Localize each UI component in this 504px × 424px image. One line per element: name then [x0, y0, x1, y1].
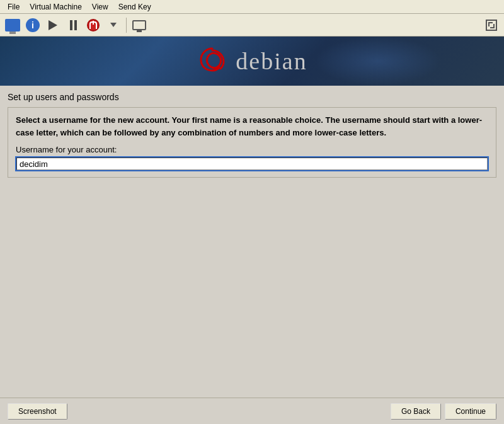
pause-button[interactable] [64, 16, 82, 34]
debian-text: debian [236, 47, 307, 75]
main-content: Set up users and passwords Select a user… [0, 86, 504, 398]
power-icon [87, 19, 100, 32]
description-text: Select a username for the new account. Y… [16, 114, 488, 139]
page-title: Set up users and passwords [8, 92, 496, 102]
dropdown-button[interactable] [105, 16, 122, 34]
username-input[interactable] [16, 157, 488, 171]
display-icon [132, 20, 146, 30]
play-icon [49, 20, 57, 30]
menu-send-key[interactable]: Send Key [113, 1, 156, 13]
toolbar: i [0, 14, 504, 37]
menu-virtual-machine[interactable]: Virtual Machine [25, 1, 87, 13]
play-button[interactable] [44, 16, 62, 34]
menu-file[interactable]: File [3, 1, 25, 13]
fullscreen-button[interactable] [483, 16, 500, 34]
menubar: File Virtual Machine View Send Key [0, 0, 504, 14]
dropdown-icon [110, 23, 117, 27]
content-box: Select a username for the new account. Y… [8, 107, 496, 178]
menu-view[interactable]: View [87, 1, 113, 13]
fullscreen-icon [486, 20, 497, 31]
bottom-bar: Screenshot Go Back Continue [0, 398, 504, 424]
debian-logo: debian [197, 45, 307, 77]
go-back-button[interactable]: Go Back [391, 403, 441, 420]
username-label: Username for your account: [16, 145, 488, 154]
monitor-icon [5, 19, 20, 32]
pause-icon [70, 20, 77, 30]
debian-header: debian [0, 37, 504, 86]
vm-monitor-button[interactable] [4, 16, 21, 34]
screenshot-toolbar-button[interactable] [130, 16, 148, 34]
screenshot-button[interactable]: Screenshot [8, 403, 67, 420]
debian-swirl-icon [197, 45, 228, 77]
power-button[interactable] [84, 16, 102, 34]
toolbar-separator [126, 18, 127, 33]
info-button[interactable]: i [24, 16, 42, 34]
info-icon: i [26, 18, 40, 32]
continue-button[interactable]: Continue [445, 403, 496, 420]
